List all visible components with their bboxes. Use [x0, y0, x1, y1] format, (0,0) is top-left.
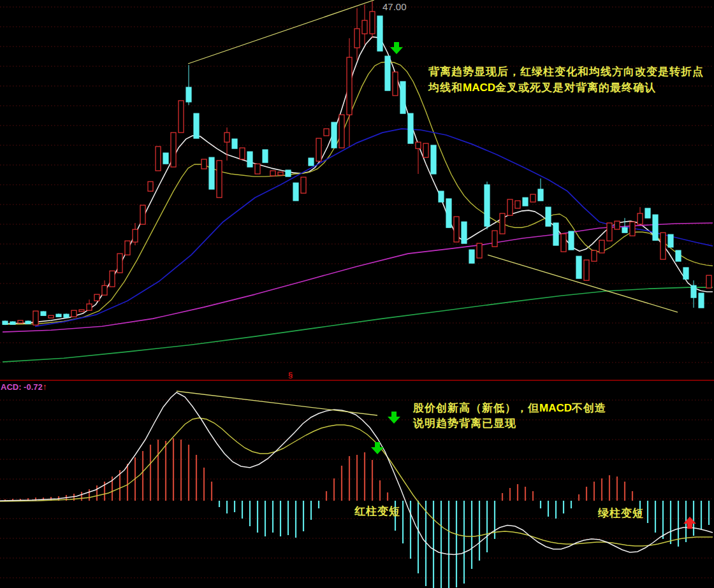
- candle-up: [530, 194, 536, 202]
- candle-up: [278, 172, 283, 175]
- candle-up: [71, 310, 76, 317]
- annotation-text: 股价创新高（新低），但: [413, 402, 539, 414]
- candle-down: [56, 314, 61, 317]
- candle-down: [10, 322, 15, 324]
- candle-down: [484, 185, 490, 226]
- candle-up: [515, 201, 520, 208]
- candle-down: [247, 152, 252, 167]
- candle-up: [354, 29, 360, 48]
- candle-up: [133, 229, 138, 242]
- candle-down: [293, 183, 298, 201]
- candle-down: [683, 268, 688, 279]
- candle-down: [546, 207, 551, 226]
- candle-down: [538, 189, 543, 201]
- candle-down: [469, 250, 474, 263]
- ma-longer-magenta: [3, 223, 713, 332]
- candle-down: [699, 293, 704, 308]
- divergence-annotation-line2: 均线和MACD金叉或死叉是对背离的最终确认: [428, 80, 656, 95]
- candle-down: [553, 223, 558, 245]
- candle-up: [87, 304, 92, 310]
- candle-up: [110, 271, 115, 287]
- candle-down: [232, 139, 237, 148]
- candles-layer: [3, 1, 711, 325]
- candle-up: [270, 171, 275, 176]
- candle-up: [454, 217, 459, 242]
- candle-up: [240, 148, 245, 159]
- macd-peak-arrow: [388, 412, 400, 424]
- candle-up: [599, 240, 604, 253]
- candle-up: [178, 101, 184, 133]
- candle-down: [400, 82, 405, 113]
- divergence-annotation-line1: 背离趋势显现后，红绿柱变化和均线方向改变是转折点: [428, 64, 704, 79]
- candle-up: [630, 222, 635, 236]
- candle-up: [584, 260, 589, 280]
- candle-up: [171, 133, 176, 167]
- candle-up: [507, 199, 513, 215]
- candle-up: [561, 234, 566, 252]
- candle-up: [148, 182, 153, 191]
- candle-up: [79, 310, 84, 312]
- candle-up: [324, 129, 329, 136]
- candle-down: [645, 208, 650, 218]
- arrow-markers: [371, 42, 696, 529]
- candle-down: [41, 312, 46, 315]
- candle-up: [492, 231, 497, 247]
- candle-up: [217, 161, 222, 197]
- annotation-text: 均线和: [428, 82, 463, 94]
- candle-down: [691, 285, 696, 298]
- candle-up: [477, 243, 482, 258]
- candle-up: [370, 11, 375, 34]
- candle-up: [316, 138, 321, 161]
- up-arrow-glyph: ↑: [43, 382, 47, 392]
- candle-up: [615, 221, 620, 229]
- candle-down: [622, 227, 627, 233]
- candle-down: [676, 250, 681, 261]
- candle-up: [117, 254, 122, 273]
- price-peak-trendline: [188, 0, 374, 64]
- candle-down: [286, 170, 291, 176]
- candle-down: [186, 87, 191, 102]
- price-decline-trendline: [488, 255, 678, 312]
- annotation-text: 金叉或死叉是对背离的最终确认: [495, 82, 656, 94]
- candle-down: [408, 113, 413, 143]
- candle-up: [393, 72, 398, 96]
- candle-up: [362, 20, 367, 34]
- candle-down: [64, 314, 69, 317]
- macd-keyword: MACD: [463, 82, 495, 94]
- candle-up: [102, 285, 107, 295]
- candle-up: [423, 143, 428, 157]
- candle-down: [668, 234, 673, 247]
- macd-value-readout: ACD: -0.72↑: [1, 382, 47, 392]
- candle-up: [18, 320, 23, 323]
- candle-down: [26, 321, 31, 324]
- candle-up: [255, 164, 260, 174]
- candle-down: [3, 321, 8, 324]
- candle-down: [523, 197, 528, 206]
- macd-keyword: MACD: [539, 402, 572, 414]
- candle-down: [462, 222, 467, 243]
- green-bars-shorten-label: 绿柱变短: [598, 506, 644, 520]
- candle-down: [377, 16, 382, 51]
- macd-note-line1: 股价创新高（新低），但MACD不创造: [413, 401, 606, 415]
- candle-up: [607, 223, 612, 241]
- candle-up: [638, 213, 643, 224]
- candle-up: [140, 205, 145, 224]
- candle-down: [194, 113, 199, 138]
- candle-down: [653, 215, 658, 240]
- candle-up: [660, 233, 666, 259]
- candle-down: [263, 150, 268, 162]
- candle-down: [309, 158, 314, 166]
- macd-note-line2: 说明趋势背离已显现: [413, 416, 516, 431]
- candle-up: [347, 57, 352, 115]
- candle-down: [163, 153, 168, 164]
- candle-down: [446, 199, 451, 227]
- ma-longest-green: [3, 287, 713, 362]
- stock-chart-app: 47.00 背离趋势显现后，红绿柱变化和均线方向改变是转折点 均线和MACD金叉…: [0, 0, 714, 588]
- candle-down: [209, 157, 214, 189]
- candle-up: [301, 177, 306, 193]
- candle-up: [94, 294, 99, 301]
- candle-up: [500, 213, 505, 234]
- candle-up: [48, 315, 54, 318]
- candle-up: [339, 115, 344, 148]
- candle-up: [224, 133, 229, 142]
